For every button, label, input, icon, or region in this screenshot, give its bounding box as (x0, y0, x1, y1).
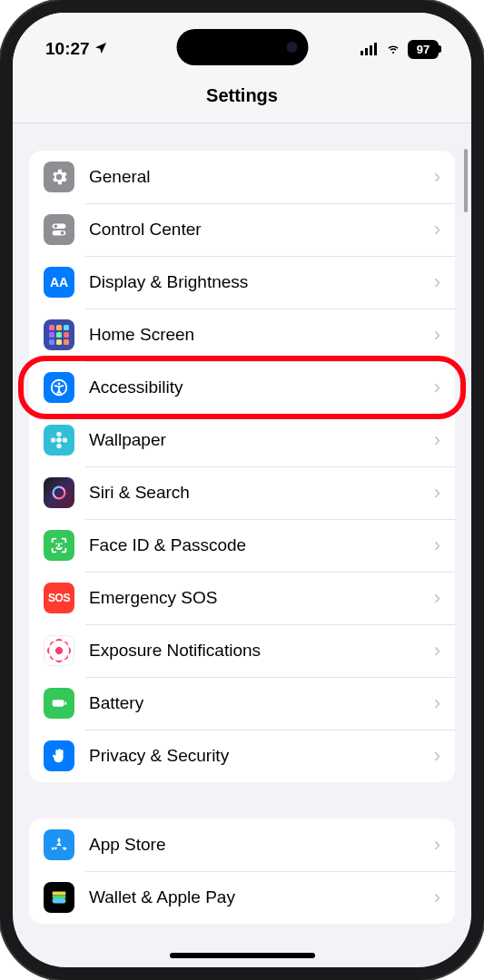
row-label: Accessibility (89, 377, 434, 397)
chevron-right-icon: › (434, 744, 440, 768)
svg-point-13 (51, 437, 56, 443)
wallet-icon (44, 882, 74, 913)
settings-row-wallpaper[interactable]: Wallpaper › (29, 414, 455, 466)
chevron-right-icon: › (434, 428, 440, 452)
app-store-icon (44, 829, 74, 860)
settings-row-exposure-notifications[interactable]: Exposure Notifications › (29, 624, 455, 677)
settings-row-emergency-sos[interactable]: SOS Emergency SOS › (29, 572, 455, 624)
chevron-right-icon: › (434, 481, 440, 505)
row-label: Siri & Search (89, 483, 434, 503)
sos-icon: SOS (44, 583, 74, 613)
chevron-right-icon: › (434, 323, 440, 347)
row-label: Control Center (89, 220, 434, 240)
toggles-icon (44, 214, 74, 245)
row-label: Emergency SOS (89, 588, 434, 608)
chevron-right-icon: › (434, 270, 440, 294)
settings-row-privacy-security[interactable]: Privacy & Security › (29, 730, 455, 782)
row-label: Display & Brightness (89, 272, 434, 292)
chevron-right-icon: › (434, 886, 440, 909)
svg-point-14 (63, 437, 68, 443)
settings-row-accessibility[interactable]: Accessibility › (29, 361, 455, 414)
svg-rect-20 (53, 892, 66, 896)
svg-point-9 (58, 383, 61, 386)
row-label: Wallet & Apple Pay (89, 887, 434, 907)
svg-point-6 (54, 225, 58, 229)
svg-point-17 (61, 543, 63, 544)
wifi-icon (384, 43, 402, 55)
battery-level: 97 (417, 43, 430, 56)
battery-indicator: 97 (408, 40, 439, 59)
settings-row-control-center[interactable]: Control Center › (29, 203, 455, 256)
dynamic-island (176, 29, 308, 65)
row-label: App Store (89, 835, 434, 855)
svg-point-15 (54, 487, 65, 499)
svg-point-12 (56, 444, 62, 449)
cellular-signal-icon (361, 43, 379, 55)
settings-row-wallet-apple-pay[interactable]: Wallet & Apple Pay › (29, 871, 455, 924)
chevron-right-icon: › (434, 833, 440, 857)
chevron-right-icon: › (434, 586, 440, 610)
chevron-right-icon: › (434, 691, 440, 715)
battery-icon (44, 688, 74, 719)
svg-rect-18 (53, 700, 64, 706)
settings-row-general[interactable]: General › (29, 151, 455, 203)
chevron-right-icon: › (434, 165, 440, 189)
settings-row-home-screen[interactable]: Home Screen › (29, 309, 455, 361)
row-label: General (89, 167, 434, 187)
settings-row-siri-search[interactable]: Siri & Search › (29, 466, 455, 519)
svg-rect-3 (374, 43, 377, 55)
volume-up-button[interactable] (0, 227, 1, 290)
siri-icon (44, 477, 74, 508)
gear-icon (44, 162, 74, 192)
home-indicator[interactable] (170, 953, 315, 958)
exposure-icon (44, 635, 74, 666)
hand-icon (44, 740, 74, 771)
phone-frame: 10:27 97 Settings (0, 0, 484, 980)
svg-rect-22 (53, 898, 66, 904)
scroll-indicator[interactable] (464, 149, 468, 212)
svg-point-7 (61, 231, 64, 235)
svg-rect-21 (53, 895, 66, 898)
svg-rect-19 (64, 701, 66, 705)
svg-rect-2 (370, 45, 372, 55)
row-label: Privacy & Security (89, 746, 434, 766)
settings-row-display-brightness[interactable]: AA Display & Brightness › (29, 256, 455, 309)
chevron-right-icon: › (434, 534, 440, 557)
volume-down-button[interactable] (0, 309, 1, 372)
chevron-right-icon: › (434, 376, 440, 399)
settings-row-face-id-passcode[interactable]: Face ID & Passcode › (29, 519, 455, 572)
mute-switch[interactable] (0, 163, 1, 196)
page-title: Settings (13, 69, 471, 123)
settings-group: General › Control Center › AA Display & … (29, 151, 455, 782)
status-time: 10:27 (45, 39, 90, 59)
svg-rect-0 (361, 51, 363, 55)
face-id-icon (44, 530, 74, 561)
row-label: Home Screen (89, 325, 434, 345)
row-label: Exposure Notifications (89, 641, 434, 661)
svg-rect-1 (365, 48, 368, 55)
chevron-right-icon: › (434, 639, 440, 662)
settings-group: App Store › Wallet & Apple Pay › (29, 818, 455, 924)
svg-point-10 (56, 437, 62, 443)
home-grid-icon (44, 319, 74, 350)
row-label: Face ID & Passcode (89, 535, 434, 555)
settings-row-battery[interactable]: Battery › (29, 677, 455, 730)
row-label: Battery (89, 693, 434, 713)
screen: 10:27 97 Settings (13, 13, 471, 967)
flower-icon (44, 425, 74, 456)
accessibility-icon (44, 372, 74, 403)
settings-row-app-store[interactable]: App Store › (29, 818, 455, 871)
text-size-icon: AA (44, 267, 74, 298)
chevron-right-icon: › (434, 218, 440, 241)
settings-list[interactable]: General › Control Center › AA Display & … (13, 123, 471, 967)
row-label: Wallpaper (89, 430, 434, 450)
svg-point-16 (55, 543, 57, 544)
location-icon (94, 41, 108, 58)
svg-point-11 (56, 432, 62, 437)
